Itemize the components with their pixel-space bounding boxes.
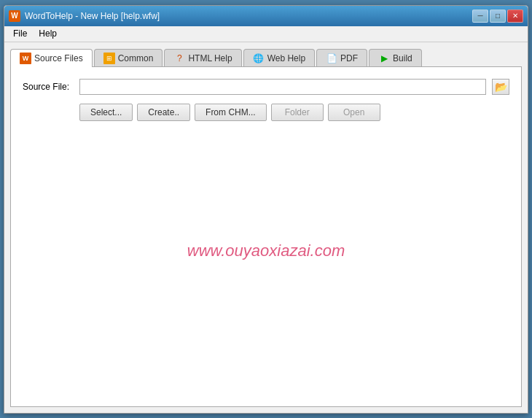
menu-file[interactable]: File [7,27,33,40]
menu-help[interactable]: Help [33,27,63,40]
tab-build[interactable]: ▶ Build [369,49,422,67]
tab-web-help[interactable]: 🌐 Web Help [243,49,315,67]
main-content: W Source Files ⊞ Common ? HTML Help 🌐 We… [4,42,528,413]
minimize-button[interactable]: ─ [472,9,488,23]
tab-panel-source-files: Source File: 📂 Select... Create.. From C… [10,66,522,407]
tab-common[interactable]: ⊞ Common [94,49,163,67]
watermark: www.ouyaoxiazai.com [187,241,345,260]
open-button[interactable]: Open [328,104,380,121]
title-controls: ─ □ ✕ [472,9,523,23]
tab-bar: W Source Files ⊞ Common ? HTML Help 🌐 We… [10,48,522,66]
web-help-icon: 🌐 [253,53,265,64]
maximize-button[interactable]: □ [490,9,506,23]
action-buttons: Select... Create.. From CHM... Folder Op… [79,104,509,121]
html-help-icon: ? [173,53,185,64]
source-file-label: Source File: [23,82,74,92]
create-button[interactable]: Create.. [137,104,190,121]
title-bar-left: W WordToHelp - New Help [help.wfw] [9,10,160,22]
window-title: WordToHelp - New Help [help.wfw] [25,11,160,21]
build-icon: ▶ [378,53,390,64]
pdf-icon: 📄 [326,53,337,64]
source-file-row: Source File: 📂 [23,79,509,95]
menu-bar: File Help [4,26,528,42]
source-files-icon: W [20,53,31,64]
common-icon: ⊞ [103,53,115,64]
from-chm-button[interactable]: From CHM... [195,104,267,121]
main-window: W WordToHelp - New Help [help.wfw] ─ □ ✕… [4,5,528,414]
select-button[interactable]: Select... [79,104,133,121]
tab-html-help[interactable]: ? HTML Help [164,49,241,67]
close-button[interactable]: ✕ [507,9,523,23]
tab-pdf[interactable]: 📄 PDF [316,49,367,67]
source-file-input[interactable] [79,79,486,95]
browse-button[interactable]: 📂 [492,79,509,95]
folder-button[interactable]: Folder [271,104,324,121]
title-bar: W WordToHelp - New Help [help.wfw] ─ □ ✕ [4,6,528,26]
app-icon: W [9,10,20,22]
tab-source-files[interactable]: W Source Files [10,49,93,67]
